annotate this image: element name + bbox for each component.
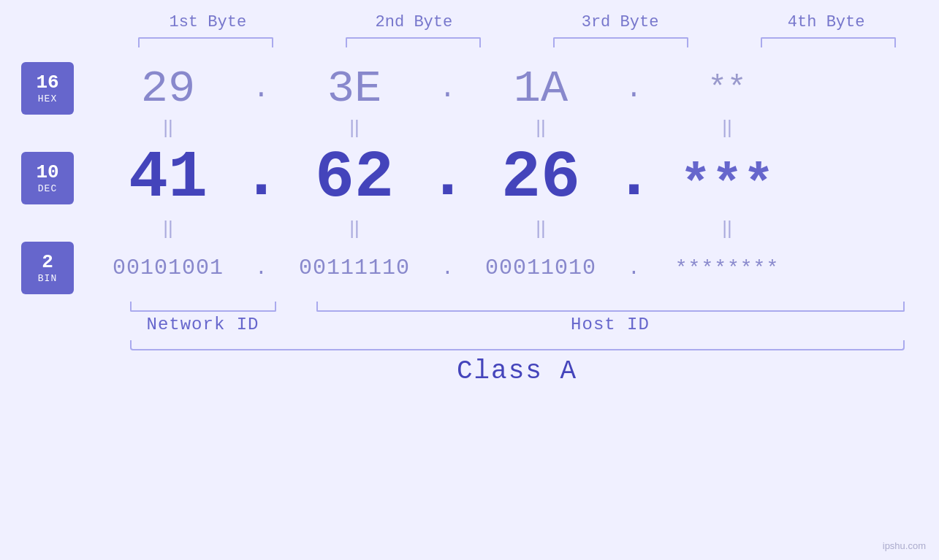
hex-dot-1: .: [241, 73, 281, 104]
dec-val-2: 62: [281, 141, 427, 215]
eq1-1: ||: [95, 113, 241, 142]
byte1-header: 1st Byte: [134, 13, 281, 31]
hex-num-row: 29 . 3E . 1A . **: [95, 63, 870, 115]
bin-base-num: 2: [42, 252, 53, 273]
network-id-label: Network ID: [130, 315, 276, 334]
byte2-header: 2nd Byte: [341, 13, 487, 31]
eq1-4: ||: [654, 113, 800, 142]
bin-dot-2: .: [427, 257, 468, 280]
dec-num-row: 41 . 62 . 26 . ***: [95, 141, 870, 215]
eq1-3: ||: [468, 113, 614, 142]
hex-val-4: **: [654, 70, 800, 107]
dec-badge: 10 DEC: [21, 152, 74, 204]
dec-dot-3: .: [614, 144, 654, 215]
hex-row-group: 16 HEX 29 . 3E . 1A . **: [0, 62, 939, 115]
byte-headers: 1st Byte 2nd Byte 3rd Byte 4th Byte: [130, 13, 905, 31]
dec-dot-1: .: [241, 144, 281, 215]
dec-badge-col: 10 DEC: [0, 152, 95, 204]
bin-val-4: ********: [654, 257, 800, 280]
equals-row-2: || || || ||: [0, 215, 939, 242]
dec-base-num: 10: [36, 162, 58, 183]
page-container: 1st Byte 2nd Byte 3rd Byte 4th Byte 16 H…: [0, 0, 939, 560]
bin-dot-3: .: [614, 257, 654, 280]
hex-badge-col: 16 HEX: [0, 62, 95, 115]
hex-val-3: 1A: [468, 63, 614, 115]
top-brackets: [130, 37, 905, 47]
top-bracket-1: [138, 37, 273, 47]
bottom-brackets: [130, 302, 905, 312]
bin-dot-1: .: [241, 257, 281, 280]
eq-row-1: || || || ||: [95, 113, 870, 142]
class-label: Class A: [130, 356, 905, 386]
byte4-header: 4th Byte: [753, 13, 900, 31]
bin-val-3: 00011010: [468, 256, 614, 280]
hex-base-num: 16: [36, 72, 58, 93]
outer-bracket: [130, 340, 905, 350]
host-bracket: [316, 302, 905, 312]
dec-val-1: 41: [95, 141, 241, 215]
dec-row-group: 10 DEC 41 . 62 . 26 . ***: [0, 141, 939, 215]
top-bracket-4: [761, 37, 896, 47]
equals-row-1: || || || ||: [0, 115, 939, 141]
hex-val-1: 29: [95, 63, 241, 115]
dec-val-3: 26: [468, 141, 614, 215]
bin-badge-col: 2 BIN: [0, 242, 95, 294]
bin-num-row: 00101001 . 00111110 . 00011010 . *******…: [95, 256, 870, 280]
eq2-1: ||: [95, 214, 241, 243]
hex-val-2: 3E: [281, 63, 427, 115]
eq2-4: ||: [654, 214, 800, 243]
host-id-label: Host ID: [316, 315, 905, 334]
dec-val-4: ***: [654, 156, 800, 215]
eq2-3: ||: [468, 214, 614, 243]
eq2-2: ||: [281, 214, 427, 243]
hex-base-label: HEX: [38, 93, 57, 104]
hex-dot-2: .: [427, 73, 468, 104]
bin-val-2: 00111110: [281, 256, 427, 280]
bin-base-label: BIN: [38, 273, 57, 284]
hex-dot-3: .: [614, 73, 654, 104]
watermark: ipshu.com: [883, 540, 926, 551]
id-labels-row: Network ID Host ID: [130, 315, 905, 334]
bottom-section: Network ID Host ID Class A: [0, 299, 939, 386]
net-bracket: [130, 302, 276, 312]
byte3-header: 3rd Byte: [547, 13, 693, 31]
dec-base-label: DEC: [38, 183, 57, 194]
bin-row-group: 2 BIN 00101001 . 00111110 . 00011010 . *…: [0, 242, 939, 294]
eq1-2: ||: [281, 113, 427, 142]
dec-dot-2: .: [427, 144, 468, 215]
eq-row-2: || || || ||: [95, 214, 870, 243]
hex-badge: 16 HEX: [21, 62, 74, 115]
bin-val-1: 00101001: [95, 256, 241, 280]
top-bracket-3: [553, 37, 688, 47]
top-bracket-2: [346, 37, 481, 47]
bin-badge: 2 BIN: [21, 242, 74, 294]
